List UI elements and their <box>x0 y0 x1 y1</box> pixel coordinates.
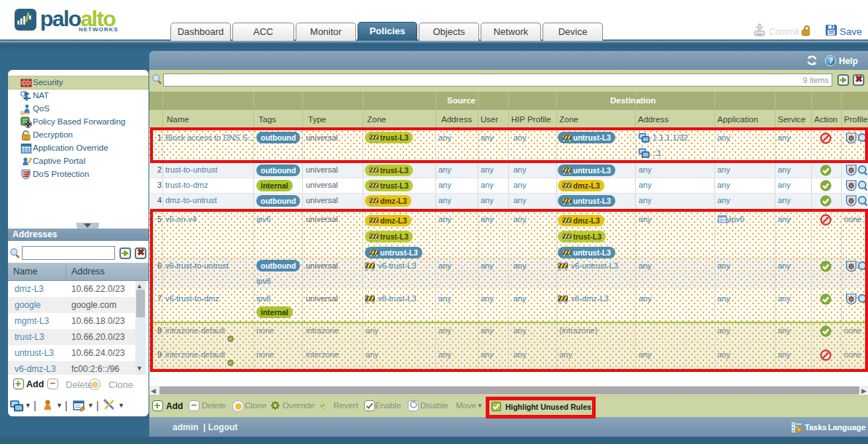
svg-text:QoS: QoS <box>20 111 29 115</box>
